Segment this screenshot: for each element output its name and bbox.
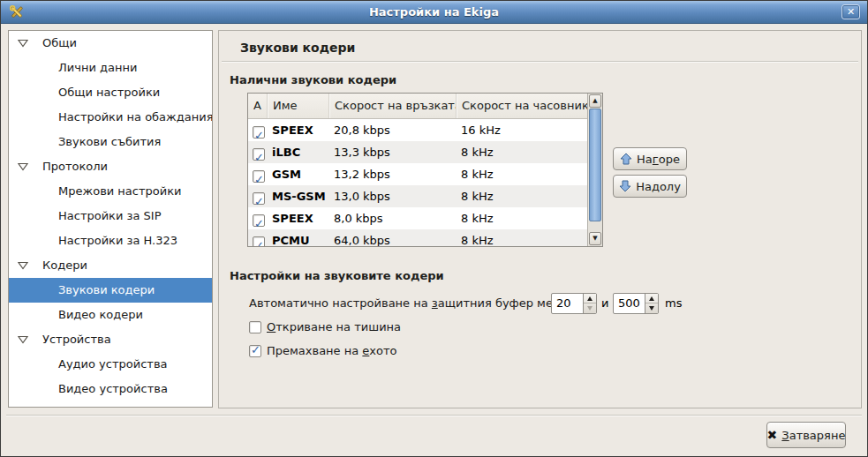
- jitter-max-value[interactable]: 500: [618, 296, 640, 310]
- codec-name: MS-GSM: [272, 185, 326, 207]
- codec-row-3[interactable]: ✓MS-GSM13,0 kbps8 kHz: [248, 185, 587, 207]
- sidebar-item-6[interactable]: Мрежови настройки: [9, 179, 212, 204]
- sidebar-item-label: Видео устройства: [58, 377, 168, 401]
- sidebar-item-label: Лични данни: [58, 56, 137, 80]
- codec-enabled-checkbox[interactable]: ✓: [253, 192, 265, 205]
- window-title: Настройки на Ekiga: [1, 5, 867, 19]
- close-label: Затваряне: [781, 429, 845, 442]
- title-separator: [222, 61, 858, 63]
- sidebar-item-12[interactable]: Устройства: [9, 327, 212, 352]
- titlebar[interactable]: Настройки на Ekiga ✕: [1, 1, 867, 24]
- spin-arrows: [583, 294, 596, 313]
- sidebar-item-0[interactable]: Общи: [9, 31, 212, 56]
- expander-triangle-icon[interactable]: [18, 261, 28, 270]
- sidebar-item-label: Настройки на обажданията: [58, 105, 213, 130]
- codec-enabled-checkbox[interactable]: ✓: [253, 214, 265, 227]
- codec-row-0[interactable]: ✓SPEEX20,8 kbps16 kHz: [248, 119, 587, 141]
- move-up-button[interactable]: Нагоре: [613, 147, 687, 170]
- sidebar-item-label: Звукови събития: [58, 130, 161, 154]
- close-x-icon: ✖: [767, 429, 778, 441]
- sidebar-item-13[interactable]: Аудио устройства: [9, 352, 212, 377]
- codec-bitrate: 13,0 kbps: [334, 185, 390, 207]
- jitter-unit-label: ms: [665, 296, 682, 310]
- codec-bitrate: 8,0 kbps: [334, 207, 383, 229]
- codec-row-5[interactable]: ✓PCMU64,0 kbps8 kHz: [248, 229, 587, 246]
- sidebar-item-9[interactable]: Кодери: [9, 253, 212, 278]
- codec-row-1[interactable]: ✓iLBC13,3 kbps8 kHz: [248, 141, 587, 163]
- sidebar-item-3[interactable]: Настройки на обажданията: [9, 105, 212, 130]
- vertical-scrollbar[interactable]: ▲ ▼: [587, 94, 602, 246]
- column-header-bitrate[interactable]: Скорост на връзката: [329, 94, 457, 118]
- codec-row-2[interactable]: ✓GSM13,2 kbps8 kHz: [248, 163, 587, 185]
- expander-triangle-icon[interactable]: [18, 39, 28, 48]
- silence-detection-checkbox[interactable]: ✓: [249, 321, 261, 333]
- spin-down-button[interactable]: [645, 303, 658, 313]
- codec-settings-section-label: Настройки на звуковите кодери: [230, 269, 444, 282]
- codec-enabled-checkbox[interactable]: ✓: [253, 170, 265, 183]
- echo-cancellation-label: Премахване на ехото: [267, 344, 397, 357]
- codec-clock-rate: 8 kHz: [461, 163, 494, 185]
- available-codecs-section-label: Налични звукови кодери: [230, 73, 396, 86]
- jitter-min-value[interactable]: 20: [556, 296, 571, 310]
- scrollbar-thumb[interactable]: [589, 109, 601, 221]
- move-down-button[interactable]: Надолу: [613, 175, 687, 198]
- codec-clock-rate: 16 kHz: [461, 119, 501, 141]
- codec-row-4[interactable]: ✓SPEEX8,0 kbps8 kHz: [248, 207, 587, 229]
- jitter-max-spinbox[interactable]: 500: [613, 293, 659, 314]
- codec-clock-rate: 8 kHz: [461, 207, 494, 229]
- scroll-down-button[interactable]: ▼: [589, 232, 601, 245]
- silence-detection-checkbox-row[interactable]: ✓Откриване на тишина: [249, 320, 401, 334]
- expander-triangle-icon[interactable]: [18, 335, 28, 344]
- codec-enabled-checkbox[interactable]: ✓: [253, 126, 265, 139]
- silence-detection-label: Откриване на тишина: [267, 320, 401, 333]
- sidebar-item-7[interactable]: Настройки за SIP: [9, 204, 212, 228]
- sidebar-item-1[interactable]: Лични данни: [9, 56, 212, 80]
- sidebar-item-label: Видео кодери: [58, 303, 143, 327]
- codec-clock-rate: 8 kHz: [461, 185, 494, 207]
- close-button[interactable]: ✖ Затваряне: [766, 422, 846, 448]
- codec-clock-rate: 8 kHz: [461, 229, 494, 246]
- expander-triangle-icon[interactable]: [18, 162, 28, 171]
- spin-up-button[interactable]: [645, 294, 658, 303]
- codec-name: GSM: [272, 163, 301, 185]
- window-close-button[interactable]: ✕: [842, 4, 860, 19]
- sidebar-item-label: Протоколи: [42, 154, 108, 179]
- codec-enabled-checkbox[interactable]: ✓: [253, 148, 265, 161]
- spin-down-button[interactable]: [584, 303, 596, 313]
- codec-table-body: ✓SPEEX20,8 kbps16 kHz✓iLBC13,3 kbps8 kHz…: [248, 119, 587, 246]
- column-header-name[interactable]: Име: [268, 94, 329, 118]
- scroll-up-button[interactable]: ▲: [589, 94, 601, 108]
- sidebar-item-10[interactable]: Звукови кодери: [9, 278, 212, 303]
- column-header-active[interactable]: A: [248, 94, 268, 118]
- sidebar-item-14[interactable]: Видео устройства: [9, 377, 212, 401]
- codec-enabled-checkbox[interactable]: ✓: [253, 236, 265, 246]
- sidebar-item-label: Общи: [42, 31, 77, 56]
- echo-cancellation-checkbox[interactable]: ✓: [249, 345, 261, 357]
- sidebar-item-label: Мрежови настройки: [58, 179, 182, 204]
- codec-bitrate: 13,3 kbps: [334, 141, 390, 163]
- spin-up-button[interactable]: [584, 294, 596, 303]
- sidebar-item-4[interactable]: Звукови събития: [9, 130, 212, 154]
- spin-arrows: [645, 294, 658, 313]
- page-title: Звукови кодери: [240, 41, 355, 55]
- codec-bitrate: 20,8 kbps: [334, 119, 390, 141]
- column-header-clock[interactable]: Скорост на часовника: [457, 94, 590, 118]
- jitter-min-spinbox[interactable]: 20: [551, 293, 597, 314]
- preferences-dialog: Настройки на Ekiga ✕ ОбщиЛични данниОбщи…: [0, 0, 868, 457]
- codec-bitrate: 64,0 kbps: [334, 229, 390, 246]
- move-up-label: Нагоре: [637, 153, 680, 166]
- codec-table-header: A Име Скорост на връзката Скорост на час…: [248, 94, 587, 119]
- sidebar-item-8[interactable]: Настройки за H.323: [9, 228, 212, 253]
- arrow-up-icon: [620, 153, 632, 165]
- codec-name: SPEEX: [272, 119, 313, 141]
- arrow-down-icon: [619, 180, 631, 192]
- sidebar-item-2[interactable]: Общи настройки: [9, 80, 212, 105]
- echo-cancellation-checkbox-row[interactable]: ✓Премахване на ехото: [249, 344, 397, 358]
- audio-codecs-panel: Звукови кодери Налични звукови кодери A …: [218, 30, 862, 408]
- sidebar-item-label: Общи настройки: [58, 80, 160, 105]
- codec-name: iLBC: [272, 141, 300, 163]
- sidebar-item-5[interactable]: Протоколи: [9, 154, 212, 179]
- codec-table: A Име Скорост на връзката Скорост на час…: [247, 93, 603, 247]
- sidebar-item-label: Настройки за SIP: [58, 204, 162, 228]
- sidebar-item-11[interactable]: Видео кодери: [9, 303, 212, 327]
